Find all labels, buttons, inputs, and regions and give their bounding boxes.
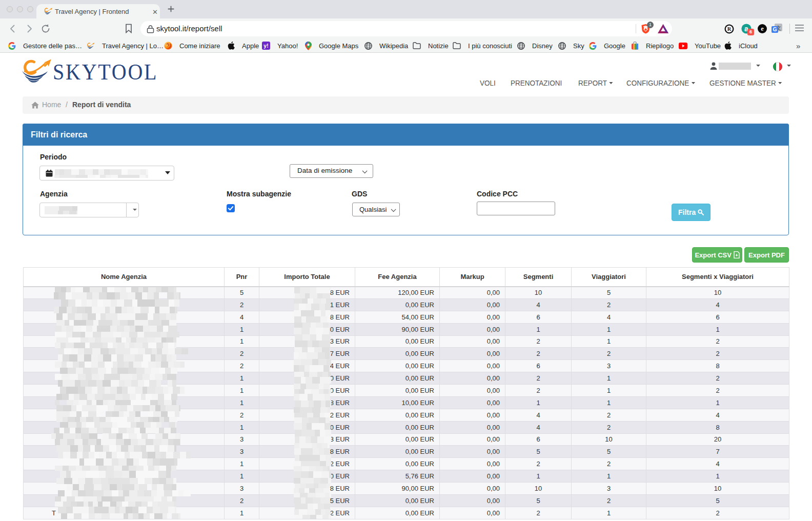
svg-text:R: R: [727, 26, 732, 32]
svg-text:G: G: [773, 26, 777, 32]
svg-text:e: e: [761, 25, 764, 32]
svg-text:y!: y!: [263, 43, 268, 49]
